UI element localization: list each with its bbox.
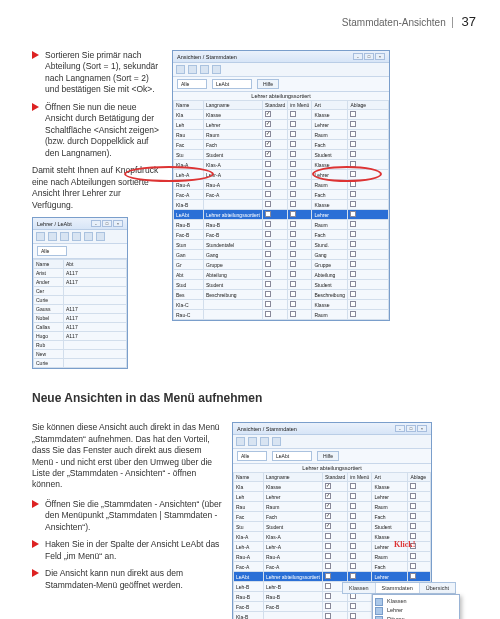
checkbox[interactable] bbox=[290, 281, 296, 287]
checkbox[interactable] bbox=[290, 251, 296, 257]
checkbox[interactable] bbox=[265, 211, 271, 217]
table-row[interactable]: FacFachFach bbox=[174, 140, 389, 150]
table-row[interactable]: StuStudentStudent bbox=[174, 150, 389, 160]
table-row[interactable]: Kla-CKlasse bbox=[174, 300, 389, 310]
checkbox[interactable] bbox=[325, 493, 331, 499]
table-row[interactable]: Rau-CRaum bbox=[174, 310, 389, 320]
toolbar-icon[interactable] bbox=[84, 232, 93, 241]
checkbox[interactable] bbox=[290, 271, 296, 277]
close-icon[interactable]: × bbox=[417, 425, 427, 432]
checkbox[interactable] bbox=[325, 513, 331, 519]
table-row[interactable]: CallasA117 bbox=[34, 323, 127, 332]
table-row[interactable]: StuStudentStudent bbox=[234, 522, 431, 532]
checkbox[interactable] bbox=[350, 523, 356, 529]
checkbox[interactable] bbox=[290, 241, 296, 247]
table-row[interactable]: KlaKlasseKlasse bbox=[234, 482, 431, 492]
checkbox[interactable] bbox=[290, 111, 296, 117]
close-icon[interactable]: × bbox=[113, 220, 123, 227]
checkbox[interactable] bbox=[350, 241, 356, 247]
table-row[interactable]: Rau-ARau-ARaum bbox=[174, 180, 389, 190]
table-row[interactable]: Leh-ALehr-ALehrer bbox=[174, 170, 389, 180]
checkbox[interactable] bbox=[325, 553, 331, 559]
checkbox[interactable] bbox=[325, 603, 331, 609]
toolbar-icon[interactable] bbox=[236, 437, 245, 446]
checkbox[interactable] bbox=[290, 161, 296, 167]
table-row[interactable]: StudStudentStudent bbox=[174, 280, 389, 290]
table-row[interactable]: RauRaumRaum bbox=[174, 130, 389, 140]
checkbox[interactable] bbox=[350, 311, 356, 317]
checkbox[interactable] bbox=[350, 281, 356, 287]
table-row[interactable]: StunStundentafelStund. bbox=[174, 240, 389, 250]
toolbar-icon[interactable] bbox=[272, 437, 281, 446]
checkbox[interactable] bbox=[350, 211, 356, 217]
table-row[interactable]: Leh-ALehr-ALehrer bbox=[234, 542, 431, 552]
toolbar-icon[interactable] bbox=[248, 437, 257, 446]
checkbox[interactable] bbox=[265, 111, 271, 117]
checkbox[interactable] bbox=[350, 121, 356, 127]
checkbox[interactable] bbox=[350, 111, 356, 117]
checkbox[interactable] bbox=[290, 141, 296, 147]
checkbox[interactable] bbox=[410, 483, 416, 489]
table-row[interactable]: LeAbtLehrer abteilungssortiertLehrer bbox=[234, 572, 431, 582]
checkbox[interactable] bbox=[350, 191, 356, 197]
checkbox[interactable] bbox=[350, 251, 356, 257]
close-icon[interactable]: × bbox=[375, 53, 385, 60]
table-row[interactable]: Curie bbox=[34, 296, 127, 305]
table-row[interactable]: GrGruppeGruppe bbox=[174, 260, 389, 270]
table-row[interactable]: Rau-ARau-ARaum bbox=[234, 552, 431, 562]
checkbox[interactable] bbox=[325, 613, 331, 619]
checkbox[interactable] bbox=[290, 231, 296, 237]
toolbar-icon[interactable] bbox=[200, 65, 209, 74]
checkbox[interactable] bbox=[290, 291, 296, 297]
checkbox[interactable] bbox=[410, 503, 416, 509]
toolbar-icon[interactable] bbox=[96, 232, 105, 241]
checkbox[interactable] bbox=[410, 563, 416, 569]
checkbox[interactable] bbox=[350, 483, 356, 489]
filter-combo[interactable]: Alle bbox=[237, 451, 267, 461]
checkbox[interactable] bbox=[410, 543, 416, 549]
checkbox[interactable] bbox=[350, 573, 356, 579]
toolbar-icon[interactable] bbox=[72, 232, 81, 241]
checkbox[interactable] bbox=[265, 241, 271, 247]
checkbox[interactable] bbox=[350, 181, 356, 187]
checkbox[interactable] bbox=[350, 291, 356, 297]
table-row[interactable]: AristA117 bbox=[34, 269, 127, 278]
checkbox[interactable] bbox=[350, 553, 356, 559]
checkbox[interactable] bbox=[265, 141, 271, 147]
table-row[interactable]: Fac-BFac-BFach bbox=[174, 230, 389, 240]
toolbar-icon[interactable] bbox=[212, 65, 221, 74]
help-button[interactable]: Hilfe bbox=[257, 79, 279, 89]
table-row[interactable]: Kla-AKlas-AKlasse bbox=[234, 532, 431, 542]
checkbox[interactable] bbox=[410, 513, 416, 519]
checkbox[interactable] bbox=[290, 131, 296, 137]
table-row[interactable]: Cer bbox=[34, 287, 127, 296]
filter-combo[interactable]: Alle bbox=[177, 79, 207, 89]
checkbox[interactable] bbox=[350, 231, 356, 237]
checkbox[interactable] bbox=[265, 311, 271, 317]
minimize-icon[interactable]: - bbox=[91, 220, 101, 227]
checkbox[interactable] bbox=[410, 573, 416, 579]
table-row[interactable]: Curie bbox=[34, 359, 127, 368]
checkbox[interactable] bbox=[350, 141, 356, 147]
checkbox[interactable] bbox=[350, 563, 356, 569]
filter-combo[interactable]: Alle bbox=[37, 246, 67, 256]
checkbox[interactable] bbox=[265, 181, 271, 187]
maximize-icon[interactable]: □ bbox=[364, 53, 374, 60]
checkbox[interactable] bbox=[350, 161, 356, 167]
maximize-icon[interactable]: □ bbox=[406, 425, 416, 432]
checkbox[interactable] bbox=[350, 131, 356, 137]
table-row[interactable]: Rub bbox=[34, 341, 127, 350]
checkbox[interactable] bbox=[325, 523, 331, 529]
menu-tab[interactable]: Klassen bbox=[343, 583, 376, 593]
table-row[interactable]: FacFachFach bbox=[234, 512, 431, 522]
checkbox[interactable] bbox=[325, 543, 331, 549]
checkbox[interactable] bbox=[290, 221, 296, 227]
checkbox[interactable] bbox=[350, 513, 356, 519]
help-button[interactable]: Hilfe bbox=[317, 451, 339, 461]
checkbox[interactable] bbox=[265, 121, 271, 127]
menu-tab[interactable]: Übersicht bbox=[420, 583, 455, 593]
checkbox[interactable] bbox=[410, 493, 416, 499]
checkbox[interactable] bbox=[265, 131, 271, 137]
checkbox[interactable] bbox=[265, 161, 271, 167]
table-row[interactable]: Kla-AKlas-AKlasse bbox=[174, 160, 389, 170]
